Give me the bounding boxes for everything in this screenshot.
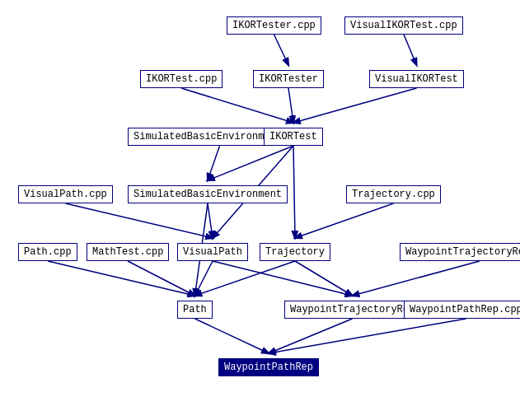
arrows-svg [0,0,520,420]
node-VisualPath: VisualPath [177,243,248,261]
svg-line-12 [295,203,394,238]
svg-line-2 [181,88,293,123]
node-MathTest_cpp: MathTest.cpp [87,243,169,261]
svg-line-7 [293,146,295,238]
svg-line-13 [48,261,195,296]
svg-line-1 [404,35,417,65]
svg-line-3 [288,88,293,123]
svg-line-19 [353,261,480,296]
svg-line-21 [269,319,353,353]
svg-line-14 [128,261,195,296]
node-WaypointTrajectoryRep_cpp: WaypointTrajectoryRep.cpp [400,243,520,261]
svg-line-16 [213,261,353,296]
svg-line-9 [66,203,213,238]
node-Trajectory: Trajectory [260,243,330,261]
node-VisualIKORTest: VisualIKORTest [369,70,464,88]
node-SimulatedBasicEnvironment: SimulatedBasicEnvironment [128,185,288,203]
svg-line-0 [274,35,289,65]
node-WaypointPathRep_cpp: WaypointPathRep.cpp [404,301,520,319]
svg-line-22 [269,319,466,353]
svg-line-15 [195,261,213,296]
node-WaypointTrajectoryRep: WaypointTrajectoryRep [284,301,420,319]
node-WaypointPathRep: WaypointPathRep [218,358,319,376]
svg-line-17 [295,261,353,296]
svg-line-5 [208,146,220,180]
svg-line-20 [195,319,269,353]
node-IKORTester: IKORTester [253,70,324,88]
svg-line-18 [195,261,296,296]
diagram-container: IKORTester.cppVisualIKORTest.cppIKORTest… [0,0,520,420]
node-VisualIKORTest_cpp: VisualIKORTest.cpp [344,16,463,35]
node-Path: Path [177,301,213,319]
node-IKORTester_cpp: IKORTester.cpp [227,16,321,35]
svg-line-6 [208,146,293,180]
svg-line-4 [293,88,417,123]
node-IKORTest: IKORTest [264,128,323,146]
node-Trajectory_cpp: Trajectory.cpp [346,185,441,203]
node-IKORTest_cpp: IKORTest.cpp [140,70,223,88]
svg-line-11 [208,203,213,238]
node-Path_cpp: Path.cpp [18,243,77,261]
node-VisualPath_cpp: VisualPath.cpp [18,185,113,203]
